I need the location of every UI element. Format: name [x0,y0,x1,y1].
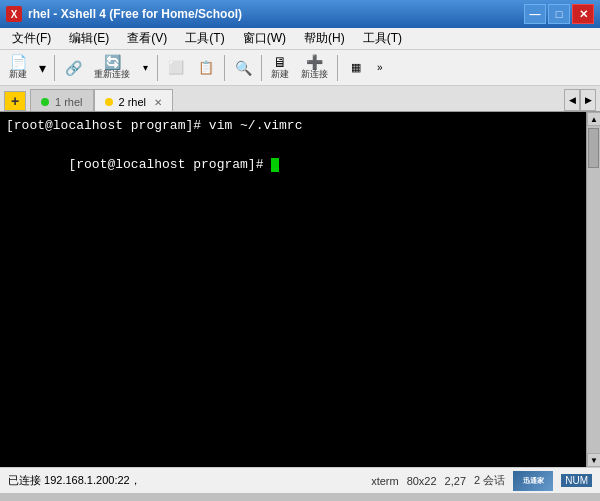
new-connection-button[interactable]: ➕ 新连接 [296,53,333,83]
tab-1-status-dot [41,98,49,106]
paste-button[interactable]: 📋 [192,53,220,83]
tab-2-rhel[interactable]: 2 rhel ✕ [94,89,174,111]
menu-help[interactable]: 帮助(H) [296,28,353,49]
new-session-button[interactable]: 🖥 新建 [266,53,294,83]
terminal-scrollbar[interactable]: ▲ ▼ [586,112,600,467]
new-conn-label: 新连接 [301,69,328,80]
menu-file[interactable]: 文件(F) [4,28,59,49]
numlock-badge: NUM [561,474,592,487]
dropdown-arrow-icon-2: ▾ [143,62,148,73]
session-count: 2 会话 [474,473,505,488]
add-tab-button[interactable]: + [4,91,26,111]
scrollbar-thumb[interactable] [588,128,599,168]
toolbar: 📄 新建 ▾ 🔗 🔄 重新连接 ▾ ⬜ 📋 🔍 🖥 新建 [0,50,600,86]
maximize-button[interactable]: □ [548,4,570,24]
tab-2-label: 2 rhel [119,96,147,108]
tab-1-rhel[interactable]: 1 rhel [30,89,94,111]
dropdown-arrow-icon: ▾ [39,61,46,75]
new-conn-icon: ➕ [306,55,323,69]
title-bar: X rhel - Xshell 4 (Free for Home/School)… [0,0,600,28]
reconnect-label: 重新连接 [94,69,130,80]
terminal-wrapper: [root@localhost program]# vim ~/.vimrc [… [0,112,600,467]
tab-next-button[interactable]: ▶ [580,89,596,111]
status-right: xterm 80x22 2,27 2 会话 迅通家 NUM [371,471,592,491]
link-button[interactable]: 🔗 [59,53,87,83]
separator-4 [261,55,262,81]
minimize-button[interactable]: — [524,4,546,24]
separator-5 [337,55,338,81]
status-bar: 已连接 192.168.1.200:22， xterm 80x22 2,27 2… [0,467,600,493]
search-button[interactable]: 🔍 [229,53,257,83]
scrollbar-down-button[interactable]: ▼ [587,453,600,467]
toolbar-end-dropdown[interactable]: ▦ [342,53,370,83]
more-icon: » [377,62,383,73]
tab-bar: + 1 rhel 2 rhel ✕ ◀ ▶ [0,86,600,112]
new-button[interactable]: 📄 新建 [4,53,32,83]
close-button[interactable]: ✕ [572,4,594,24]
reconnect-dropdown[interactable]: ▾ [137,53,153,83]
menu-tools1[interactable]: 工具(T) [177,28,232,49]
window-title: rhel - Xshell 4 (Free for Home/School) [28,7,524,21]
tab-close-button[interactable]: ✕ [154,97,162,108]
open-dropdown[interactable]: ▾ [34,53,50,83]
link-icon: 🔗 [65,61,82,75]
terminal[interactable]: [root@localhost program]# vim ~/.vimrc [… [0,112,586,467]
copy-button[interactable]: ⬜ [162,53,190,83]
connection-status: 已连接 192.168.1.200:22， [8,473,363,488]
menu-bar: 文件(F) 编辑(E) 查看(V) 工具(T) 窗口(W) 帮助(H) 工具(T… [0,28,600,50]
menu-window[interactable]: 窗口(W) [235,28,294,49]
tab-1-label: 1 rhel [55,96,83,108]
separator-2 [157,55,158,81]
menu-view[interactable]: 查看(V) [119,28,175,49]
separator-3 [224,55,225,81]
separator-1 [54,55,55,81]
reconnect-button[interactable]: 🔄 重新连接 [89,53,135,83]
end-dropdown-icon: ▦ [351,62,361,73]
toolbar-more[interactable]: » [372,53,388,83]
cursor-position: 2,27 [445,475,466,487]
term-dimensions: 80x22 [407,475,437,487]
term-type: xterm [371,475,399,487]
terminal-line-1: [root@localhost program]# vim ~/.vimrc [6,116,580,136]
new-label: 新建 [9,69,27,80]
new-session-label: 新建 [271,69,289,80]
app-icon: X [6,6,22,22]
new-session-icon: 🖥 [273,55,287,69]
reconnect-icon: 🔄 [104,55,121,69]
search-icon: 🔍 [235,61,252,75]
scrollbar-up-button[interactable]: ▲ [587,112,600,126]
terminal-cursor [271,158,279,172]
tab-navigation: ◀ ▶ [564,89,596,111]
tab-2-status-dot [105,98,113,106]
brand-logo: 迅通家 [513,471,553,491]
copy-icon: ⬜ [168,61,184,74]
terminal-line-2: [root@localhost program]# [6,136,580,195]
paste-icon: 📋 [198,61,214,74]
tab-prev-button[interactable]: ◀ [564,89,580,111]
window-controls: — □ ✕ [524,4,594,24]
menu-edit[interactable]: 编辑(E) [61,28,117,49]
new-icon: 📄 [10,55,27,69]
main-content: 文件(F) 编辑(E) 查看(V) 工具(T) 窗口(W) 帮助(H) 工具(T… [0,28,600,501]
menu-tools2[interactable]: 工具(T) [355,28,410,49]
scrollbar-track [587,126,600,453]
